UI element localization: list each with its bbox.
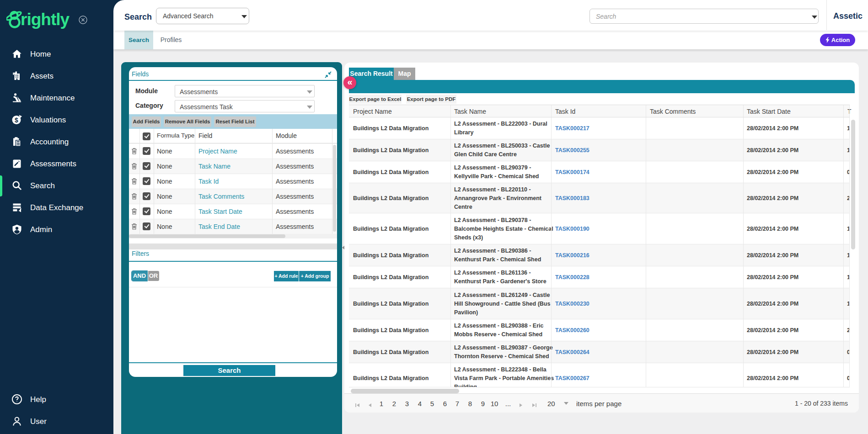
svg-text:rightly: rightly: [21, 10, 70, 29]
svg-text:$: $: [15, 116, 18, 124]
